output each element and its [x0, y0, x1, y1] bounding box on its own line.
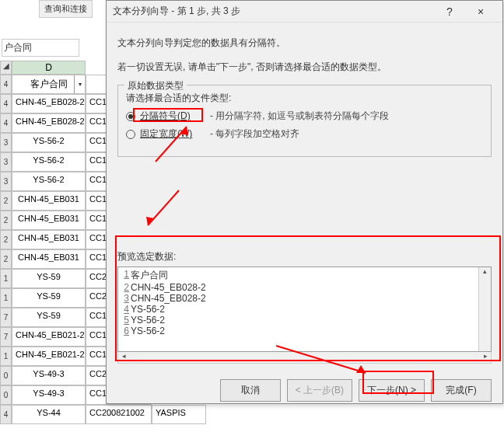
preview-line-number: 2	[120, 282, 129, 293]
finish-button[interactable]: 完成(F)	[431, 379, 492, 402]
column-header-D[interactable]: D	[12, 61, 86, 75]
row-label[interactable]: 2	[0, 191, 12, 211]
option-fixed-desc: - 每列字段加空格对齐	[210, 127, 299, 141]
table-cell[interactable]: CHN-45_EB031	[12, 191, 86, 211]
row-label[interactable]: 7	[0, 327, 12, 347]
preview-label: 预览选定数据:	[117, 250, 492, 263]
fieldset-legend: 原始数据类型	[124, 79, 187, 92]
table-cell[interactable]: CHN-45_EB028-2	[12, 113, 86, 133]
row-label[interactable]: 3	[0, 172, 12, 191]
back-button[interactable]: < 上一步(B)	[287, 379, 352, 402]
table-cell[interactable]: CHN-45_EB031	[12, 211, 86, 230]
name-box[interactable]: 户合同	[2, 39, 79, 57]
row-label[interactable]: 2	[0, 249, 12, 269]
prompt-text: 请选择最合适的文件类型:	[126, 92, 483, 105]
radio-icon[interactable]	[126, 112, 135, 121]
scroll-up-icon[interactable]: ▴	[479, 267, 491, 278]
row-label[interactable]: 4	[0, 113, 12, 133]
data-type-fieldset: 原始数据类型 请选择最合适的文件类型: 分隔符号(D) - 用分隔字符, 如逗号…	[117, 85, 492, 157]
preview-line-number: 1	[120, 269, 129, 282]
horizontal-scrollbar[interactable]: ◂ ▸	[117, 351, 492, 364]
row-label[interactable]: 3	[0, 152, 12, 172]
row-label[interactable]: 1	[0, 288, 12, 308]
dialog-title: 文本分列向导 - 第 1 步, 共 3 步	[113, 5, 434, 18]
vertical-scrollbar[interactable]: ▴	[478, 267, 491, 351]
option-delimited-desc: - 用分隔字符, 如逗号或制表符分隔每个字段	[210, 110, 389, 123]
row-label[interactable]: 3	[0, 133, 12, 152]
close-button[interactable]: ×	[465, 1, 496, 23]
preview-line-number: 5	[120, 315, 129, 326]
row-label[interactable]: 2	[0, 211, 12, 230]
preview-line-text: YS-56-2	[131, 304, 165, 315]
scroll-right-icon[interactable]: ▸	[480, 352, 491, 363]
row-label[interactable]: 0	[0, 385, 12, 405]
row-label[interactable]: 4	[0, 75, 12, 94]
preview-line-number: 6	[120, 326, 129, 336]
text-to-columns-wizard-dialog: 文本分列向导 - 第 1 步, 共 3 步 ? × 文本分列向导判定您的数据具有…	[106, 0, 503, 404]
table-cell[interactable]: YS-59	[12, 269, 86, 288]
help-button[interactable]: ?	[434, 1, 465, 23]
dialog-titlebar: 文本分列向导 - 第 1 步, 共 3 步 ? ×	[107, 1, 502, 23]
table-cell[interactable]: CHN-45_EB021-2	[12, 327, 86, 347]
filter-dropdown-icon[interactable]: ▾	[74, 75, 85, 93]
table-cell[interactable]: CHN-45_EB021-2	[12, 347, 86, 366]
scroll-left-icon[interactable]: ◂	[118, 352, 129, 363]
next-button[interactable]: 下一步(N) >	[359, 379, 425, 402]
preview-line-number: 4	[120, 304, 129, 315]
row-label[interactable]: 4	[0, 94, 12, 113]
table-cell[interactable]: YS-59	[12, 308, 86, 327]
select-all-corner[interactable]: ◢	[0, 61, 12, 75]
row-label[interactable]: 2	[0, 230, 12, 249]
preview-line-text: YS-56-2	[131, 315, 165, 326]
preview-line-text: YS-56-2	[131, 326, 165, 336]
preview-line-text: CHN-45_EB028-2	[131, 282, 206, 293]
row-label[interactable]: 1	[0, 347, 12, 366]
table-cell[interactable]: YS-56-2	[12, 152, 86, 172]
table-cell[interactable]: CHN-45_EB028-2	[12, 94, 86, 113]
preview-line-text: CHN-45_EB028-2	[131, 293, 206, 304]
option-delimited[interactable]: 分隔符号(D) - 用分隔字符, 如逗号或制表符分隔每个字段	[126, 110, 483, 123]
option-delimited-label: 分隔符号(D)	[140, 110, 210, 123]
radio-icon[interactable]	[126, 130, 135, 139]
ribbon-group-label: 查询和连接	[39, 0, 93, 18]
table-cell[interactable]: YS-49-3	[12, 366, 86, 385]
table-cell[interactable]: YS-44	[12, 405, 86, 424]
table-cell[interactable]: YS-49-3	[12, 385, 86, 405]
preview-box: 1客户合同2CHN-45_EB028-23CHN-45_EB028-24YS-5…	[117, 267, 492, 352]
table-cell[interactable]: YS-56-2	[12, 133, 86, 152]
table-cell[interactable]: YS-56-2	[12, 172, 86, 191]
header-cell-contract[interactable]: 客户合同▾	[12, 75, 86, 94]
table-cell[interactable]: CHN-45_EB031	[12, 249, 86, 269]
preview-line-number: 3	[120, 293, 129, 304]
table-cell[interactable]: YS-59	[12, 288, 86, 308]
preview-line-text: 客户合同	[131, 269, 168, 282]
row-label[interactable]: 1	[0, 269, 12, 288]
intro-text-1: 文本分列向导判定您的数据具有分隔符。	[117, 37, 492, 50]
table-cell[interactable]: CHN-45_EB031	[12, 230, 86, 249]
cancel-button[interactable]: 取消	[220, 379, 281, 402]
row-label[interactable]: 4	[0, 405, 12, 424]
option-fixed-label: 固定宽度(W)	[140, 127, 210, 141]
row-label[interactable]: 0	[0, 366, 12, 385]
intro-text-2: 若一切设置无误, 请单击"下一步", 否则请选择最合适的数据类型。	[117, 61, 492, 74]
row-label[interactable]: 7	[0, 308, 12, 327]
option-fixed-width[interactable]: 固定宽度(W) - 每列字段加空格对齐	[126, 127, 483, 141]
